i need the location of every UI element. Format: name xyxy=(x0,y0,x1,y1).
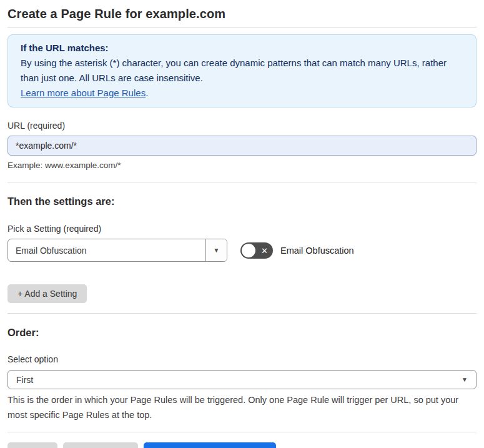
save-and-deploy-button[interactable]: Save and Deploy Page Rule xyxy=(144,442,276,448)
learn-more-link[interactable]: Learn more about Page Rules xyxy=(21,87,146,98)
save-as-draft-button[interactable]: Save as Draft xyxy=(63,442,139,448)
toggle-off-x-icon: ✕ xyxy=(261,246,268,254)
pick-setting-label: Pick a Setting (required) xyxy=(7,223,477,234)
title-divider xyxy=(7,27,477,28)
settings-section-heading: Then the settings are: xyxy=(7,196,477,207)
url-example-hint: Example: www.example.com/* xyxy=(7,160,477,171)
order-help-text: This is the order in which your Page Rul… xyxy=(7,392,477,422)
page-rule-form: Create a Page Rule for example.com If th… xyxy=(0,6,484,448)
page-title: Create a Page Rule for example.com xyxy=(7,6,477,22)
order-select-label: Select option xyxy=(7,354,477,365)
chevron-down-icon: ▼ xyxy=(462,377,468,383)
url-field-label: URL (required) xyxy=(7,120,477,131)
order-select-dropdown[interactable]: First ▼ xyxy=(7,370,477,389)
link-period: . xyxy=(146,87,148,98)
order-select-value: First xyxy=(16,375,33,385)
url-input[interactable] xyxy=(7,136,477,156)
settings-section-divider xyxy=(7,313,477,314)
email-obfuscation-toggle[interactable]: ✕ xyxy=(240,242,273,259)
info-box-heading: If the URL matches: xyxy=(21,41,463,56)
info-box-link-line: Learn more about Page Rules. xyxy=(21,86,463,101)
toggle-label: Email Obfuscation xyxy=(280,246,354,256)
url-match-info-box: If the URL matches: By using the asteris… xyxy=(7,34,477,107)
toggle-knob xyxy=(242,244,255,257)
url-section-divider xyxy=(7,182,477,182)
order-section-heading: Order: xyxy=(7,327,477,339)
email-obfuscation-toggle-group: ✕ Email Obfuscation xyxy=(240,242,354,259)
cancel-button[interactable]: Cancel xyxy=(7,442,57,448)
info-box-body: By using the asterisk (*) character, you… xyxy=(21,56,463,86)
setting-select-arrow-button[interactable]: ▼ xyxy=(205,239,227,261)
add-setting-button[interactable]: + Add a Setting xyxy=(7,284,87,303)
setting-select-value: Email Obfuscation xyxy=(8,239,205,261)
footer-buttons: Cancel Save as Draft Save and Deploy Pag… xyxy=(7,442,477,448)
footer-divider xyxy=(7,432,477,432)
settings-row: Email Obfuscation ▼ ✕ Email Obfuscation xyxy=(7,239,477,262)
chevron-down-icon: ▼ xyxy=(214,247,220,254)
setting-select-dropdown[interactable]: Email Obfuscation ▼ xyxy=(7,239,227,262)
